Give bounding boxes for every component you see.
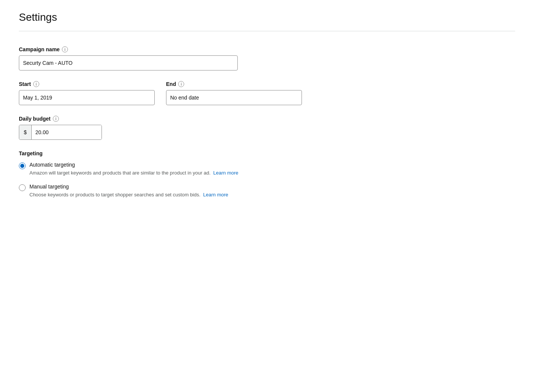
start-label: Start i <box>19 81 155 87</box>
page-container: Settings Campaign name i Start i <box>0 0 534 392</box>
budget-input-wrapper: $ <box>19 125 102 140</box>
manual-targeting-option: Manual targeting Choose keywords or prod… <box>19 184 515 199</box>
start-date-group: Start i <box>19 81 155 105</box>
start-label-text: Start <box>19 81 31 87</box>
campaign-name-group: Campaign name i <box>19 46 515 70</box>
manual-targeting-radio[interactable] <box>19 184 26 191</box>
currency-symbol: $ <box>19 125 32 139</box>
automatic-targeting-option: Automatic targeting Amazon will target k… <box>19 162 515 177</box>
end-label: End i <box>166 81 302 87</box>
manual-targeting-description: Choose keywords or products to target sh… <box>29 191 228 199</box>
daily-budget-group: Daily budget i $ <box>19 116 515 140</box>
daily-budget-info-icon[interactable]: i <box>53 116 59 122</box>
automatic-targeting-label[interactable]: Automatic targeting <box>29 162 239 168</box>
daily-budget-label-text: Daily budget <box>19 116 51 122</box>
automatic-targeting-radio[interactable] <box>19 162 26 169</box>
targeting-section: Targeting Automatic targeting Amazon wil… <box>19 150 515 198</box>
manual-learn-more-link[interactable]: Learn more <box>203 192 228 198</box>
targeting-title: Targeting <box>19 150 515 156</box>
date-row: Start i End i <box>19 81 515 105</box>
campaign-name-label-text: Campaign name <box>19 46 60 52</box>
start-date-input[interactable] <box>19 90 155 105</box>
settings-form: Campaign name i Start i End <box>19 43 515 209</box>
automatic-targeting-description: Amazon will target keywords and products… <box>29 169 239 177</box>
end-label-text: End <box>166 81 176 87</box>
page-title: Settings <box>19 11 515 23</box>
manual-targeting-label-group: Manual targeting Choose keywords or prod… <box>29 184 228 199</box>
section-divider <box>19 31 515 31</box>
daily-budget-label: Daily budget i <box>19 116 515 122</box>
campaign-name-label: Campaign name i <box>19 46 515 52</box>
end-info-icon[interactable]: i <box>178 81 184 87</box>
start-info-icon[interactable]: i <box>33 81 39 87</box>
end-date-input[interactable] <box>166 90 302 105</box>
manual-targeting-label[interactable]: Manual targeting <box>29 184 228 190</box>
automatic-targeting-label-group: Automatic targeting Amazon will target k… <box>29 162 239 177</box>
campaign-name-info-icon[interactable]: i <box>62 46 68 52</box>
daily-budget-input[interactable] <box>32 125 102 139</box>
end-date-group: End i <box>166 81 302 105</box>
campaign-name-input[interactable] <box>19 55 238 70</box>
automatic-learn-more-link[interactable]: Learn more <box>213 170 238 176</box>
